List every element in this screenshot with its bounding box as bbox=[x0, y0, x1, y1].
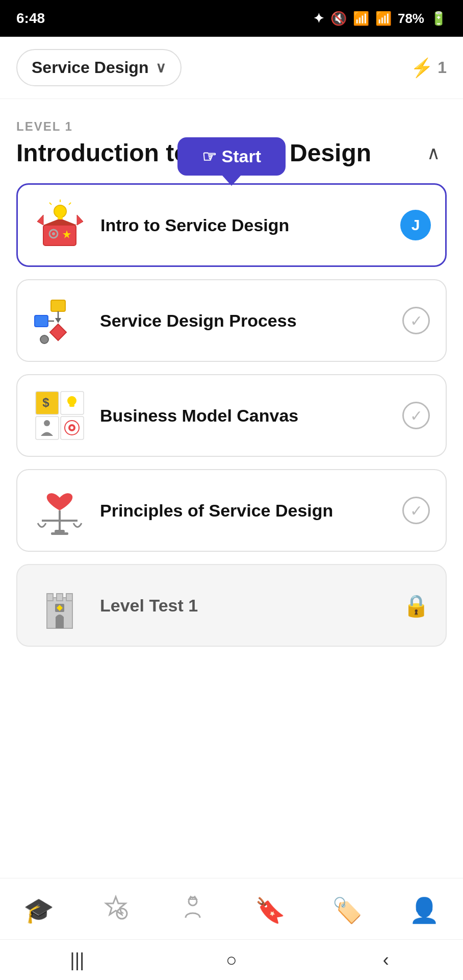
mute-icon: 🔇 bbox=[330, 11, 347, 27]
course-selector-button[interactable]: Service Design ∨ bbox=[16, 49, 182, 86]
lesson-card-test[interactable]: Level Test 1 🔒 bbox=[16, 564, 447, 647]
lesson-card-intro[interactable]: Intro to Service Design J bbox=[16, 183, 447, 267]
status-bar: 6:48 ✦ 🔇 📶 📶 78% 🔋 bbox=[0, 0, 463, 37]
home-icon: 🎓 bbox=[23, 896, 54, 925]
android-recent-button[interactable]: ||| bbox=[57, 945, 97, 975]
svg-rect-21 bbox=[36, 416, 59, 439]
lesson-title-test: Level Test 1 bbox=[100, 596, 389, 616]
svg-rect-37 bbox=[66, 594, 72, 601]
svg-marker-14 bbox=[55, 318, 61, 323]
svg-point-24 bbox=[67, 396, 76, 405]
back-chevron-icon: ‹ bbox=[383, 949, 389, 971]
svg-rect-25 bbox=[69, 404, 74, 407]
svg-rect-36 bbox=[57, 594, 63, 601]
svg-point-18 bbox=[40, 335, 48, 344]
nav-item-stars[interactable] bbox=[85, 894, 146, 926]
lesson-title-process: Service Design Process bbox=[100, 311, 389, 331]
lesson-card-canvas[interactable]: $ Business Model Canvas ✓ bbox=[16, 374, 447, 457]
svg-rect-33 bbox=[51, 532, 68, 535]
nav-item-bookmarks[interactable]: 🔖 bbox=[240, 896, 301, 925]
nav-item-tags[interactable]: 🏷️ bbox=[317, 896, 378, 925]
collapse-button[interactable]: ∧ bbox=[420, 140, 447, 166]
check-circle-icon: ✓ bbox=[402, 307, 430, 334]
check-circle-icon-2: ✓ bbox=[402, 402, 430, 429]
android-home-button[interactable]: ○ bbox=[211, 945, 252, 975]
svg-line-7 bbox=[69, 203, 71, 205]
lesson-icon-canvas: $ bbox=[32, 387, 88, 444]
android-nav: ||| ○ ‹ bbox=[0, 939, 463, 980]
svg-rect-35 bbox=[47, 594, 53, 601]
avatar-letter: J bbox=[411, 216, 420, 234]
svg-marker-2 bbox=[37, 215, 43, 225]
course-selector-label: Service Design bbox=[32, 58, 148, 77]
chevron-down-icon: ∨ bbox=[156, 59, 166, 76]
signal-icon: 📶 bbox=[375, 11, 392, 27]
svg-line-8 bbox=[49, 203, 52, 205]
level-label: LEVEL 1 bbox=[16, 119, 447, 134]
svg-point-10 bbox=[52, 232, 55, 235]
nav-item-profile[interactable]: 👤 bbox=[394, 896, 455, 925]
main-content: LEVEL 1 Introduction to Service Design ∧… bbox=[0, 99, 463, 741]
start-tooltip[interactable]: ☞ Start bbox=[177, 137, 286, 176]
lesson-icon-test bbox=[32, 577, 88, 633]
user-avatar: J bbox=[400, 210, 431, 240]
lesson-icon-principles bbox=[32, 482, 88, 538]
lesson-card-principles[interactable]: Principles of Service Design ✓ bbox=[16, 469, 447, 552]
lesson-status-canvas: ✓ bbox=[401, 400, 431, 431]
bluetooth-icon: ✦ bbox=[313, 11, 324, 27]
home-circle-icon: ○ bbox=[226, 949, 237, 971]
battery-icon: 🔋 bbox=[430, 11, 447, 27]
nav-item-home[interactable]: 🎓 bbox=[8, 896, 69, 925]
check-circle-icon-3: ✓ bbox=[402, 497, 430, 524]
lightning-icon: ⚡ bbox=[410, 57, 433, 79]
svg-marker-3 bbox=[77, 215, 83, 225]
svg-point-29 bbox=[70, 426, 73, 429]
lesson-title-canvas: Business Model Canvas bbox=[100, 406, 389, 426]
lesson-icon-process bbox=[32, 292, 88, 349]
leaderboard-icon bbox=[179, 894, 206, 926]
svg-rect-0 bbox=[43, 225, 76, 246]
svg-point-4 bbox=[54, 205, 66, 217]
lesson-status-test: 🔒 bbox=[401, 590, 431, 621]
lesson-title-principles: Principles of Service Design bbox=[100, 501, 389, 521]
svg-text:$: $ bbox=[42, 396, 49, 409]
stars-icon bbox=[102, 894, 129, 926]
lesson-card-process[interactable]: Service Design Process ✓ bbox=[16, 279, 447, 362]
battery-percent: 78% bbox=[398, 11, 424, 27]
lesson-status-principles: ✓ bbox=[401, 495, 431, 526]
tag-icon: 🏷️ bbox=[332, 896, 363, 925]
start-tooltip-label: Start bbox=[221, 146, 261, 166]
lesson-icon-intro bbox=[32, 197, 88, 253]
svg-rect-12 bbox=[51, 300, 65, 311]
svg-rect-16 bbox=[35, 315, 48, 327]
svg-point-26 bbox=[44, 420, 50, 426]
recent-icon: ||| bbox=[70, 949, 84, 971]
cursor-hand-icon: ☞ bbox=[202, 147, 217, 166]
profile-icon: 👤 bbox=[409, 896, 440, 925]
wifi-icon: 📶 bbox=[353, 11, 369, 27]
lesson-title-intro: Intro to Service Design bbox=[100, 215, 388, 235]
svg-marker-15 bbox=[50, 324, 66, 340]
status-time: 6:48 bbox=[16, 10, 45, 27]
lightning-badge: ⚡ 1 bbox=[410, 57, 447, 79]
nav-item-leaderboard[interactable] bbox=[162, 894, 223, 926]
lesson-status-process: ✓ bbox=[401, 305, 431, 336]
lesson-status-intro: J bbox=[400, 210, 431, 240]
lock-icon: 🔒 bbox=[403, 593, 429, 618]
lesson-1-wrapper: ☞ Start bbox=[16, 183, 447, 267]
android-back-button[interactable]: ‹ bbox=[366, 945, 406, 975]
bottom-nav: 🎓 🔖 🏷️ 👤 bbox=[0, 878, 463, 939]
app-header: Service Design ∨ ⚡ 1 bbox=[0, 37, 463, 99]
status-icons: ✦ 🔇 📶 📶 78% 🔋 bbox=[313, 11, 447, 27]
bookmark-icon: 🔖 bbox=[255, 896, 286, 925]
svg-rect-5 bbox=[58, 216, 63, 219]
lightning-count: 1 bbox=[438, 58, 447, 77]
